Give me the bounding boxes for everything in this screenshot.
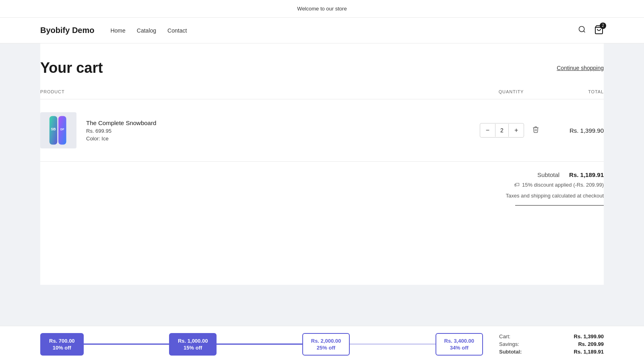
cart-header: Your cart Continue shopping	[40, 60, 604, 76]
site-logo[interactable]: Byobify Demo	[40, 26, 94, 35]
main-nav: Home Catalog Contact	[110, 27, 576, 34]
summary-savings-value: Rs. 209.99	[578, 341, 604, 347]
tier-button-0[interactable]: Rs. 700.00 10% off	[40, 333, 84, 356]
qty-box: − 2 +	[480, 123, 524, 138]
nav-catalog[interactable]: Catalog	[137, 27, 156, 34]
cart-badge: 2	[600, 23, 606, 29]
product-image: SB DF	[40, 112, 76, 148]
product-variant: Color: Ice	[86, 136, 156, 142]
svg-line-1	[584, 31, 585, 33]
cart-item: SB DF The Complete Snowboard Rs. 699.95 …	[40, 99, 604, 162]
nav-home[interactable]: Home	[110, 27, 125, 34]
subtotal-section: Subtotal Rs. 1,189.91 🏷 15% discount app…	[40, 171, 604, 206]
tier-button-3[interactable]: Rs. 3,400.00 34% off	[436, 333, 483, 356]
tier-discount-0: 10% off	[53, 345, 71, 351]
tier-discount-1: 15% off	[184, 345, 202, 351]
tag-icon: 🏷	[514, 181, 520, 188]
cart-summary: Cart: Rs. 1,399.90 Savings: Rs. 209.99 S…	[499, 333, 604, 355]
tier-amount-3: Rs. 3,400.00	[444, 338, 474, 344]
tier-amount-2: Rs. 2,000.00	[311, 338, 341, 344]
summary-subtotal-label: Subtotal:	[499, 349, 522, 355]
cart-table-header: PRODUCT QUANTITY TOTAL	[40, 89, 604, 99]
tier-discount-2: 25% off	[317, 345, 335, 351]
tier-line-2	[350, 343, 435, 345]
summary-subtotal-row: Subtotal: Rs. 1,189.91	[499, 349, 604, 355]
item-total: Rs. 1,399.90	[547, 127, 604, 134]
discount-text: 15% discount applied (-Rs. 209.99)	[522, 182, 604, 188]
discount-tiers: Rs. 700.00 10% off Rs. 1,000.00 15% off …	[40, 333, 483, 356]
col-product-header: PRODUCT	[40, 89, 475, 94]
svg-text:SB: SB	[51, 127, 56, 131]
quantity-controls: − 2 +	[475, 123, 547, 138]
search-button[interactable]	[576, 24, 588, 37]
product-details: The Complete Snowboard Rs. 699.95 Color:…	[86, 119, 156, 142]
cart-title: Your cart	[40, 60, 103, 76]
tier-discount-3: 34% off	[450, 345, 469, 351]
product-price: Rs. 699.95	[86, 128, 156, 134]
qty-decrease-button[interactable]: −	[480, 123, 495, 137]
svg-point-0	[579, 27, 584, 32]
product-image-svg: SB DF	[44, 114, 72, 146]
subtotal-divider	[515, 205, 604, 206]
main-content: Your cart Continue shopping PRODUCT QUAN…	[40, 43, 604, 285]
banner-text: Welcome to our store	[297, 6, 347, 12]
product-info: SB DF The Complete Snowboard Rs. 699.95 …	[40, 112, 475, 148]
summary-cart-label: Cart:	[499, 333, 510, 339]
tier-amount-0: Rs. 700.00	[49, 338, 75, 344]
summary-subtotal-value: Rs. 1,189.91	[574, 349, 604, 355]
product-name: The Complete Snowboard	[86, 119, 156, 126]
header: Byobify Demo Home Catalog Contact 2	[0, 18, 644, 43]
col-total-header: TOTAL	[547, 89, 604, 94]
bottom-bar: Rs. 700.00 10% off Rs. 1,000.00 15% off …	[0, 326, 644, 362]
qty-increase-button[interactable]: +	[509, 123, 524, 137]
header-icons: 2	[576, 24, 604, 37]
continue-shopping-link[interactable]: Continue shopping	[557, 65, 604, 71]
qty-value: 2	[495, 124, 509, 137]
tier-amount-1: Rs. 1,000.00	[178, 338, 208, 344]
trash-icon	[532, 126, 539, 133]
tier-line-0	[84, 343, 169, 345]
tier-button-1[interactable]: Rs. 1,000.00 15% off	[169, 333, 217, 356]
svg-text:DF: DF	[60, 128, 64, 131]
cart-icon-wrapper[interactable]: 2	[594, 25, 604, 36]
discount-note: 🏷 15% discount applied (-Rs. 209.99)	[514, 181, 604, 188]
nav-contact[interactable]: Contact	[167, 27, 187, 34]
delete-item-button[interactable]	[529, 124, 543, 137]
summary-savings-row: Savings: Rs. 209.99	[499, 341, 604, 347]
top-banner: Welcome to our store	[0, 0, 644, 18]
subtotal-label: Subtotal	[537, 171, 559, 178]
tier-button-2[interactable]: Rs. 2,000.00 25% off	[302, 333, 350, 356]
subtotal-row: Subtotal Rs. 1,189.91	[537, 171, 604, 178]
col-quantity-header: QUANTITY	[475, 89, 547, 94]
tier-line-1	[217, 343, 302, 345]
summary-cart-value: Rs. 1,399.90	[574, 333, 604, 339]
subtotal-value: Rs. 1,189.91	[569, 171, 604, 178]
summary-cart-row: Cart: Rs. 1,399.90	[499, 333, 604, 339]
summary-savings-label: Savings:	[499, 341, 519, 347]
taxes-note: Taxes and shipping calculated at checkou…	[506, 193, 604, 199]
